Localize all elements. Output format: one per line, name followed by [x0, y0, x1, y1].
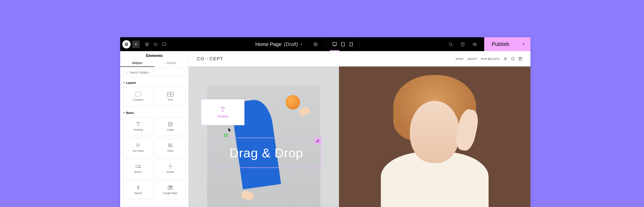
- heading-icon: [220, 106, 226, 113]
- divider-icon: [167, 164, 174, 169]
- site-header: CO⟋CEPT SHOP ABOUT OUR BELIEFS: [188, 51, 530, 66]
- page-status: (Draft): [284, 41, 298, 47]
- video-icon: [167, 143, 174, 148]
- hero-right[interactable]: [339, 66, 530, 207]
- svg-rect-0: [125, 43, 126, 46]
- app-window: + Home Page (Draft) ▾: [120, 37, 530, 207]
- sidebar-title: Elements: [120, 51, 188, 59]
- category-basic[interactable]: Basic: [123, 110, 186, 116]
- user-icon[interactable]: [504, 57, 507, 61]
- publish-dropdown-icon[interactable]: [517, 42, 530, 47]
- nav-shop[interactable]: SHOP: [456, 57, 464, 60]
- device-switcher: + ⋮⋮⋮ ✕: [326, 37, 360, 51]
- preview-icon[interactable]: [470, 40, 479, 49]
- image-icon: [167, 122, 174, 127]
- widget-label: Grid: [168, 98, 173, 101]
- svg-line-23: [452, 45, 452, 46]
- canvas[interactable]: CO⟋CEPT SHOP ABOUT OUR BELIEFS: [188, 51, 530, 207]
- svg-point-36: [169, 123, 170, 124]
- svg-rect-18: [341, 42, 344, 46]
- button-icon: [135, 164, 141, 169]
- text-editor-icon: [135, 143, 141, 148]
- svg-rect-2: [126, 44, 128, 44]
- widget-label: Image: [167, 128, 174, 131]
- drop-plus-icon: +: [224, 133, 228, 137]
- widget-label: Heading: [134, 128, 143, 131]
- widget-divider[interactable]: Divider: [156, 159, 186, 178]
- layers-icon[interactable]: [142, 40, 151, 49]
- widget-label: Button: [134, 171, 142, 174]
- edit-element-button[interactable]: [315, 138, 321, 144]
- svg-marker-4: [145, 42, 149, 44]
- map-icon: [167, 185, 174, 190]
- publish-button[interactable]: Publish: [484, 41, 517, 47]
- svg-point-49: [170, 187, 171, 187]
- widget-container[interactable]: Container: [123, 87, 153, 106]
- add-element-button[interactable]: +: [132, 40, 140, 48]
- page-title: Home Page: [255, 41, 282, 47]
- svg-rect-42: [136, 165, 141, 167]
- svg-rect-29: [135, 92, 141, 96]
- container-icon: [135, 92, 141, 97]
- drop-text: Drag & Drop: [230, 146, 303, 160]
- widget-text-editor[interactable]: Text Editor: [123, 138, 153, 157]
- svg-marker-41: [170, 145, 171, 146]
- nav-beliefs[interactable]: OUR BELIEFS: [481, 57, 500, 60]
- widget-image[interactable]: Image: [156, 117, 186, 136]
- category-layout[interactable]: Layout: [123, 79, 186, 86]
- svg-rect-3: [126, 45, 128, 45]
- elementor-logo-icon[interactable]: [122, 40, 130, 48]
- device-desktop-button[interactable]: [330, 40, 339, 48]
- widget-google-maps[interactable]: Google Maps: [156, 180, 186, 199]
- sliders-icon[interactable]: [151, 40, 160, 49]
- svg-point-14: [315, 44, 316, 45]
- cursor-icon: [228, 128, 232, 132]
- help-icon[interactable]: [458, 40, 467, 49]
- page-title-group[interactable]: Home Page (Draft) ▾: [250, 41, 307, 47]
- widget-label: Video: [167, 150, 174, 152]
- site-brand[interactable]: CO⟋CEPT: [197, 56, 223, 61]
- svg-line-28: [127, 73, 128, 74]
- widget-label: Text Editor: [132, 150, 144, 152]
- widget-video[interactable]: Video: [156, 138, 186, 157]
- search-input[interactable]: [130, 71, 184, 74]
- drag-widget-label: Heading: [217, 115, 228, 118]
- svg-marker-46: [168, 186, 172, 190]
- finder-search-icon[interactable]: [446, 40, 455, 49]
- widget-button[interactable]: Button: [123, 159, 153, 178]
- spacer-icon: [135, 185, 141, 190]
- svg-rect-1: [126, 43, 128, 43]
- svg-rect-15: [333, 42, 336, 45]
- device-tablet-button[interactable]: [339, 40, 347, 48]
- elements-sidebar: Elements Widgets Globals Layout Containe…: [120, 51, 188, 207]
- device-mobile-button[interactable]: [347, 40, 355, 48]
- widget-label: Divider: [166, 171, 174, 174]
- search-icon: [125, 71, 128, 74]
- svg-line-52: [514, 59, 514, 60]
- widget-heading[interactable]: Heading: [123, 117, 153, 136]
- page-settings-icon[interactable]: [311, 40, 320, 49]
- widget-label: Spacer: [134, 192, 142, 195]
- hero-portrait: [339, 66, 530, 207]
- hero-left[interactable]: Heading + Drag & Drop: [188, 66, 339, 207]
- widget-label: Container: [133, 98, 144, 101]
- nav-about[interactable]: ABOUT: [467, 57, 477, 60]
- topbar: + Home Page (Draft) ▾: [120, 37, 530, 51]
- svg-point-50: [505, 57, 506, 59]
- cart-icon[interactable]: [518, 57, 522, 61]
- drop-zone[interactable]: Drag & Drop: [211, 138, 321, 168]
- heading-icon: [135, 122, 141, 127]
- hero-section: Heading + Drag & Drop: [188, 66, 530, 207]
- tab-widgets[interactable]: Widgets: [120, 59, 154, 67]
- search-widget-input[interactable]: [123, 69, 186, 76]
- svg-rect-20: [350, 42, 352, 46]
- widget-spacer[interactable]: Spacer: [123, 180, 153, 199]
- dragging-heading-widget[interactable]: Heading: [201, 99, 244, 125]
- svg-point-51: [512, 57, 514, 60]
- widget-grid[interactable]: Grid: [156, 87, 186, 106]
- widget-label: Google Maps: [163, 192, 178, 195]
- tab-globals[interactable]: Globals: [154, 59, 188, 67]
- search-nav-icon[interactable]: [511, 57, 515, 61]
- comment-icon[interactable]: [160, 40, 169, 49]
- chevron-down-icon: ▾: [301, 43, 302, 46]
